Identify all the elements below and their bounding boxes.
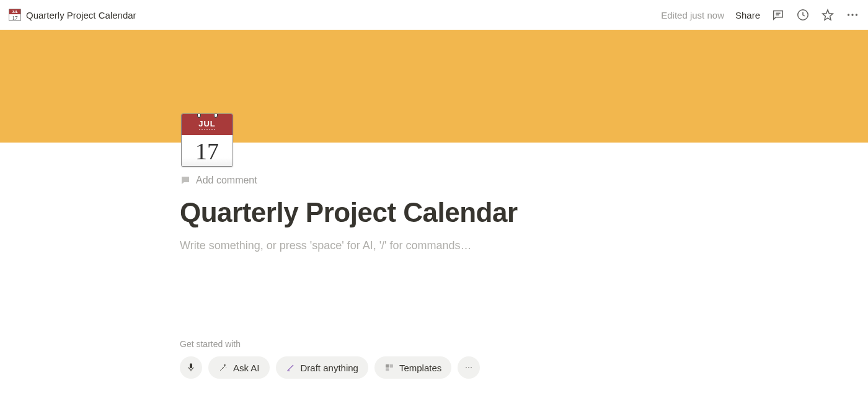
page-content: JUL 17 Add comment Quarterly Project Cal… bbox=[180, 143, 688, 379]
get-started-pills: Ask AI Draft anything Templates bbox=[180, 356, 688, 379]
calendar-day: 17 bbox=[182, 135, 232, 167]
comments-icon[interactable] bbox=[771, 8, 785, 22]
star-icon[interactable] bbox=[821, 8, 835, 22]
more-icon[interactable] bbox=[846, 8, 859, 22]
breadcrumb[interactable]: JUL 17 Quarterly Project Calendar bbox=[9, 9, 136, 21]
get-started-label: Get started with bbox=[180, 339, 688, 349]
templates-label: Templates bbox=[399, 363, 441, 373]
templates-icon bbox=[384, 363, 394, 373]
get-started-section: Get started with Ask AI Draft anything T… bbox=[180, 339, 688, 379]
comment-icon bbox=[180, 175, 191, 186]
calendar-month: JUL bbox=[198, 119, 216, 128]
page-icon[interactable]: JUL 17 bbox=[180, 113, 234, 167]
svg-rect-8 bbox=[386, 364, 389, 368]
svg-point-7 bbox=[226, 367, 226, 368]
svg-rect-10 bbox=[386, 368, 389, 371]
more-options-button[interactable] bbox=[458, 356, 480, 379]
add-comment-button[interactable]: Add comment bbox=[180, 175, 688, 186]
ellipsis-icon bbox=[464, 363, 474, 373]
svg-point-11 bbox=[466, 367, 467, 368]
calendar-icon: JUL 17 bbox=[181, 113, 233, 167]
breadcrumb-title[interactable]: Quarterly Project Calendar bbox=[26, 10, 136, 20]
microphone-icon bbox=[186, 363, 196, 373]
pencil-icon bbox=[286, 363, 296, 373]
share-button[interactable]: Share bbox=[735, 10, 760, 20]
history-icon[interactable] bbox=[796, 8, 810, 22]
svg-point-5 bbox=[856, 14, 857, 15]
svg-point-3 bbox=[848, 14, 849, 15]
wand-icon bbox=[218, 363, 228, 373]
page-cover[interactable] bbox=[0, 30, 868, 143]
calendar-icon: JUL 17 bbox=[9, 9, 21, 21]
svg-point-12 bbox=[468, 367, 469, 368]
page-title[interactable]: Quarterly Project Calendar bbox=[180, 197, 688, 228]
topbar-actions: Edited just now Share bbox=[661, 8, 859, 22]
add-comment-label: Add comment bbox=[196, 175, 257, 186]
body-editor[interactable]: Write something, or press 'space' for AI… bbox=[180, 239, 688, 252]
voice-button[interactable] bbox=[180, 356, 202, 379]
ask-ai-button[interactable]: Ask AI bbox=[208, 356, 270, 379]
draft-anything-label: Draft anything bbox=[301, 363, 358, 373]
svg-point-13 bbox=[471, 367, 472, 368]
svg-rect-9 bbox=[390, 364, 393, 368]
topbar: JUL 17 Quarterly Project Calendar Edited… bbox=[0, 0, 868, 30]
draft-anything-button[interactable]: Draft anything bbox=[276, 356, 368, 379]
edited-status: Edited just now bbox=[661, 10, 724, 20]
svg-point-4 bbox=[851, 14, 853, 15]
templates-button[interactable]: Templates bbox=[374, 356, 451, 379]
svg-rect-6 bbox=[190, 369, 191, 371]
ask-ai-label: Ask AI bbox=[233, 363, 260, 373]
